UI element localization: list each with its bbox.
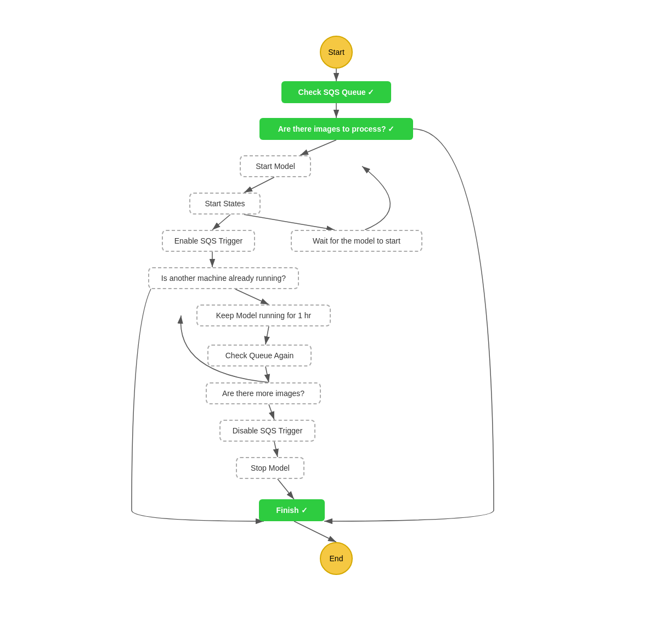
finish-node: Finish ✓ xyxy=(259,499,325,521)
check-queue-again-node: Check Queue Again xyxy=(207,345,312,366)
svg-line-13 xyxy=(278,479,294,499)
enable-sqs-node: Enable SQS Trigger xyxy=(162,230,255,252)
check-sqs-node: Check SQS Queue ✓ xyxy=(281,81,391,103)
start-model-node: Start Model xyxy=(240,155,311,177)
wait-model-node: Wait for the model to start xyxy=(291,230,422,252)
more-images-node: Are there more images? xyxy=(206,382,321,404)
start-states-node: Start States xyxy=(189,193,261,215)
svg-line-5 xyxy=(212,215,230,230)
start-node: Start xyxy=(320,36,353,69)
svg-line-11 xyxy=(269,404,274,420)
svg-line-9 xyxy=(266,326,269,345)
images-to-process-node: Are there images to process? ✓ xyxy=(259,118,413,140)
svg-line-12 xyxy=(274,442,278,457)
end-node: End xyxy=(320,542,353,575)
svg-line-8 xyxy=(235,289,269,304)
svg-line-4 xyxy=(244,177,274,193)
diagram-container: Start Check SQS Queue ✓ Are there images… xyxy=(0,0,672,643)
svg-line-3 xyxy=(300,140,336,155)
svg-line-14 xyxy=(294,521,336,542)
another-machine-node: Is another machine already running? xyxy=(148,267,299,289)
keep-model-node: Keep Model running for 1 hr xyxy=(196,304,331,326)
svg-line-6 xyxy=(244,215,335,230)
disable-sqs-node: Disable SQS Trigger xyxy=(219,420,315,442)
svg-line-10 xyxy=(266,366,269,382)
stop-model-node: Stop Model xyxy=(236,457,304,479)
